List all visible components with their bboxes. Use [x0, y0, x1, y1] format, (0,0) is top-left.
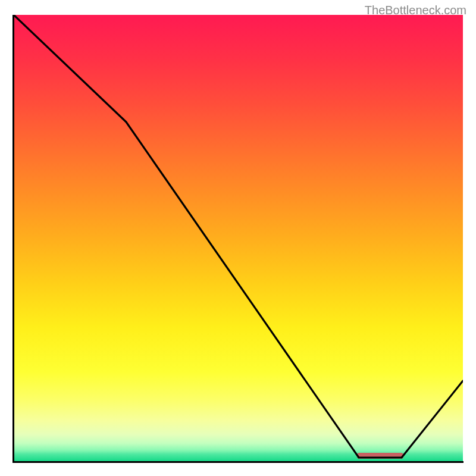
watermark-text: TheBottleneck.com: [365, 4, 466, 17]
chart-container: TheBottleneck.com: [0, 0, 476, 476]
gradient-background: [14, 15, 463, 461]
y-axis: [12, 15, 14, 462]
x-axis: [12, 461, 464, 463]
chart-svg: [14, 15, 463, 461]
plot-area: [14, 15, 463, 461]
